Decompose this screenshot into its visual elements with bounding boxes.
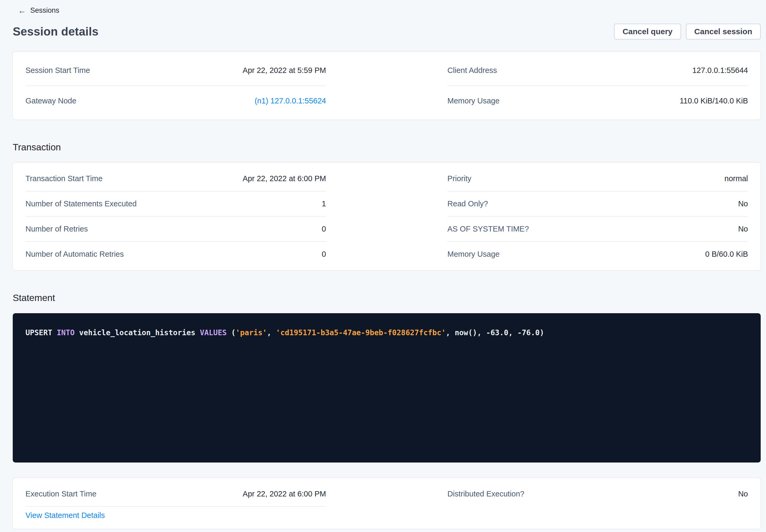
transaction-memory-usage-row: Memory Usage 0 B/60.0 KiB bbox=[447, 242, 748, 267]
back-arrow-icon: ← bbox=[18, 7, 26, 15]
execution-left-column: Execution Start Time Apr 22, 2022 at 6:0… bbox=[25, 482, 326, 525]
sql-statement-text: UPSERT INTO vehicle_location_histories V… bbox=[25, 327, 748, 338]
row-value: Apr 22, 2022 at 6:00 PM bbox=[243, 174, 326, 183]
row-value: 0 bbox=[322, 250, 326, 259]
statement-sql-code-block: UPSERT INTO vehicle_location_histories V… bbox=[13, 313, 761, 463]
client-address-row: Client Address 127.0.0.1:55644 bbox=[447, 55, 748, 86]
execution-summary-card: Execution Start Time Apr 22, 2022 at 6:0… bbox=[13, 478, 761, 529]
row-label: Distributed Execution? bbox=[447, 490, 524, 498]
session-memory-usage-row: Memory Usage 110.0 KiB/140.0 KiB bbox=[447, 86, 748, 116]
execution-start-time-row: Execution Start Time Apr 22, 2022 at 6:0… bbox=[25, 482, 326, 507]
sql-keyword-token: VALUES bbox=[200, 328, 227, 337]
breadcrumb-label: Sessions bbox=[30, 6, 59, 15]
row-value: No bbox=[738, 490, 748, 498]
title-row: Session details Cancel query Cancel sess… bbox=[13, 24, 761, 40]
gateway-node-row: Gateway Node (n1) 127.0.0.1:55624 bbox=[25, 86, 326, 116]
row-label: Memory Usage bbox=[447, 250, 500, 259]
row-value: normal bbox=[724, 174, 748, 183]
view-statement-details-link[interactable]: View Statement Details bbox=[25, 511, 105, 520]
row-label: Number of Statements Executed bbox=[25, 199, 137, 208]
read-only-row: Read Only? No bbox=[447, 191, 748, 217]
sql-token: , now(), -63.0, -76.0) bbox=[446, 328, 544, 337]
sql-token: , bbox=[267, 328, 276, 337]
cancel-session-button[interactable]: Cancel session bbox=[686, 24, 761, 40]
distributed-execution-row: Distributed Execution? No bbox=[447, 482, 748, 506]
sql-token: UPSERT bbox=[25, 328, 57, 337]
transaction-section-heading: Transaction bbox=[13, 142, 761, 152]
transaction-start-time-row: Transaction Start Time Apr 22, 2022 at 6… bbox=[25, 166, 326, 191]
row-label: Gateway Node bbox=[25, 97, 76, 105]
page-actions: Cancel query Cancel session bbox=[614, 24, 761, 40]
row-label: Memory Usage bbox=[447, 97, 500, 105]
session-summary-right-column: Client Address 127.0.0.1:55644 Memory Us… bbox=[447, 55, 748, 116]
row-label: Execution Start Time bbox=[25, 490, 97, 498]
row-value: No bbox=[738, 199, 748, 208]
automatic-retries-row: Number of Automatic Retries 0 bbox=[25, 242, 326, 267]
sql-token: ( bbox=[227, 328, 236, 337]
row-value: 127.0.0.1:55644 bbox=[692, 66, 748, 75]
cancel-query-button[interactable]: Cancel query bbox=[614, 24, 681, 40]
sql-keyword-token: INTO bbox=[57, 328, 75, 337]
row-value: 0 bbox=[322, 225, 326, 233]
row-label: AS OF SYSTEM TIME? bbox=[447, 225, 529, 233]
statements-executed-row: Number of Statements Executed 1 bbox=[25, 191, 326, 217]
session-start-time-row: Session Start Time Apr 22, 2022 at 5:59 … bbox=[25, 55, 326, 86]
row-value: Apr 22, 2022 at 5:59 PM bbox=[243, 66, 326, 75]
sql-string-token: 'paris' bbox=[236, 328, 267, 337]
row-label: Session Start Time bbox=[25, 66, 90, 75]
execution-right-column: Distributed Execution? No bbox=[447, 482, 748, 525]
session-details-page: ← Sessions Session details Cancel query … bbox=[0, 0, 766, 529]
gateway-node-link[interactable]: (n1) 127.0.0.1:55624 bbox=[255, 97, 326, 105]
session-summary-card: Session Start Time Apr 22, 2022 at 5:59 … bbox=[13, 52, 761, 120]
row-value: Apr 22, 2022 at 6:00 PM bbox=[243, 490, 326, 498]
row-label: Read Only? bbox=[447, 199, 488, 208]
sql-token: vehicle_location_histories bbox=[75, 328, 200, 337]
session-summary-left-column: Session Start Time Apr 22, 2022 at 5:59 … bbox=[25, 55, 326, 116]
retries-row: Number of Retries 0 bbox=[25, 217, 326, 242]
transaction-summary-card: Transaction Start Time Apr 22, 2022 at 6… bbox=[13, 163, 761, 270]
row-value: 110.0 KiB/140.0 KiB bbox=[680, 97, 748, 105]
row-label: Transaction Start Time bbox=[25, 174, 103, 183]
row-value: 1 bbox=[322, 199, 326, 208]
statement-section-heading: Statement bbox=[13, 293, 761, 303]
as-of-system-time-row: AS OF SYSTEM TIME? No bbox=[447, 217, 748, 242]
row-label: Number of Retries bbox=[25, 225, 88, 233]
breadcrumb-back-sessions[interactable]: ← Sessions bbox=[18, 6, 59, 15]
row-value: No bbox=[738, 225, 748, 233]
priority-row: Priority normal bbox=[447, 166, 748, 191]
page-title: Session details bbox=[13, 25, 98, 38]
transaction-left-column: Transaction Start Time Apr 22, 2022 at 6… bbox=[25, 166, 326, 267]
view-statement-details-row: View Statement Details bbox=[25, 507, 326, 525]
row-label: Priority bbox=[447, 174, 471, 183]
sql-string-token: 'cd195171-b3a5-47ae-9beb-f028627fcfbc' bbox=[276, 328, 446, 337]
transaction-right-column: Priority normal Read Only? No AS OF SYST… bbox=[447, 166, 748, 267]
row-label: Number of Automatic Retries bbox=[25, 250, 124, 259]
row-label: Client Address bbox=[447, 66, 497, 75]
row-value: 0 B/60.0 KiB bbox=[705, 250, 748, 259]
